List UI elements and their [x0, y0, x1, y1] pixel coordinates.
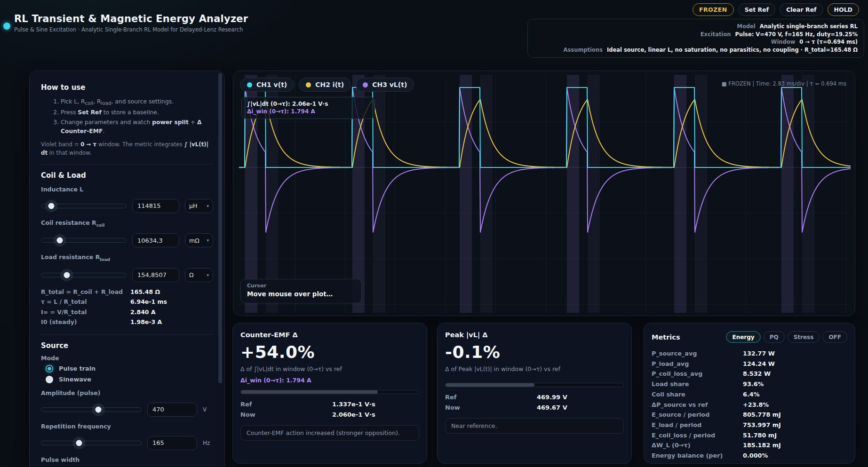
metric-value: 6.4%: [743, 389, 847, 400]
info-row: ExcitationPulse: V=470 V, f=165 Hz, duty…: [534, 31, 858, 39]
sidebar-scrollbar[interactable]: [218, 73, 222, 383]
ref-label: Ref: [445, 392, 537, 403]
metric-value: 0.000%: [743, 451, 847, 461]
metric-row: Load share93.6%: [652, 379, 847, 389]
how-to-step: Change parameters and watch power split …: [61, 118, 213, 136]
slider-label: Coil resistance Rcoil: [41, 219, 213, 228]
slider-thumb[interactable]: [74, 438, 84, 448]
info-row: ModelAnalytic single-branch series RL: [534, 23, 858, 31]
value-input[interactable]: [147, 436, 197, 450]
slider-track[interactable]: [41, 407, 142, 412]
radio-button[interactable]: [46, 376, 53, 383]
unit-label: Hz: [203, 440, 213, 446]
metrics-title: Metrics: [652, 333, 680, 341]
slider-track[interactable]: [41, 273, 127, 277]
value-input[interactable]: [132, 199, 179, 213]
peak-vl-note: Near reference.: [445, 418, 624, 434]
scope-panel: CH1 v(t)CH2 i(t)CH3 vL(t) ■ FROZEN | Tim…: [233, 71, 855, 316]
legend-dot-icon: [247, 82, 252, 87]
source-controls: Amplitude (pulse)VRepetition frequencyHz…: [41, 389, 213, 467]
slider-thumb[interactable]: [62, 270, 72, 280]
metric-row: P_coil_loss_avg8.532 W: [652, 369, 847, 379]
legend-ch3[interactable]: CH3 vL(t): [356, 78, 414, 92]
how-to-step: Press Set Ref to store a baseline.: [61, 108, 213, 117]
set-ref-button[interactable]: Set Ref: [738, 3, 775, 16]
value-input[interactable]: [132, 233, 179, 247]
peak-vl-title: Peak |vL| Δ: [445, 331, 624, 339]
mode-option[interactable]: Pulse train: [46, 365, 213, 372]
clear-ref-button[interactable]: Clear Ref: [780, 3, 823, 16]
page-subtitle: Pulse & Sine Excitation · Analytic Singl…: [14, 26, 243, 33]
hold-button[interactable]: HOLD: [828, 3, 859, 16]
info-label: Window: [771, 38, 796, 46]
info-label: Assumptions: [564, 46, 603, 54]
metric-label: E_source / period: [652, 410, 743, 420]
metric-row: ΔP_source vs ref+23.8%: [652, 400, 847, 410]
peak-vl-card: Peak |vL| Δ -0.1% Δ of Peak |vL(t)| in w…: [437, 323, 632, 464]
slider[interactable]: [41, 235, 127, 245]
how-to-step: Pick L, Rcoil, Rload, and source setting…: [61, 97, 213, 107]
metric-row: P_source_avg132.77 W: [652, 348, 847, 359]
info-value: Analytic single-branch series RL: [760, 23, 858, 31]
mode-option[interactable]: Sinewave: [46, 376, 213, 383]
slider-thumb[interactable]: [46, 201, 56, 211]
metric-row: Coil share6.4%: [652, 389, 847, 400]
slider-track[interactable]: [41, 238, 127, 243]
computed-label: I0 (steady): [41, 317, 130, 327]
unit-label: V: [203, 406, 213, 413]
slider-thumb[interactable]: [55, 236, 65, 245]
computed-row: I0 (steady)1.98e-3 A: [41, 317, 213, 327]
unit-select[interactable]: µH▾: [185, 199, 213, 213]
metric-label: Load share: [652, 379, 743, 389]
now-value: 469.67 V: [537, 403, 624, 413]
metric-value: 124.24 W: [743, 359, 847, 369]
legend-dot-icon: [363, 82, 368, 87]
slider[interactable]: [41, 438, 142, 448]
slider[interactable]: [41, 270, 127, 280]
unit-select[interactable]: mΩ▾: [185, 233, 213, 247]
radio-button[interactable]: [46, 365, 53, 372]
coil-load-title: Coil & Load: [41, 171, 213, 180]
how-to-title: How to use: [41, 83, 213, 92]
mode-label: Mode: [41, 355, 213, 362]
metrics-tab-energy[interactable]: Energy: [726, 331, 760, 343]
computed-row: τ = L / R_total6.94e-1 ms: [41, 297, 213, 307]
chevron-down-icon: ▾: [207, 273, 209, 277]
value-input[interactable]: [147, 403, 197, 417]
slider-thumb[interactable]: [93, 404, 103, 414]
metrics-tab-off[interactable]: OFF: [822, 331, 847, 343]
slider-track[interactable]: [41, 441, 142, 445]
legend-ch1[interactable]: CH1 v(t): [240, 78, 294, 92]
slider[interactable]: [41, 201, 127, 211]
computed-value: 6.94e-1 ms: [130, 297, 213, 307]
metrics-tab-pq[interactable]: PQ: [764, 331, 785, 343]
metric-label: ΔW_L (0→τ): [652, 440, 743, 451]
cursor-readout: Cursor Move mouse over plot…: [240, 279, 362, 303]
unit-select[interactable]: Ω▾: [185, 268, 213, 282]
info-row: Window0 → τ (τ=0.694 ms): [534, 38, 858, 46]
metric-value: 8.532 W: [743, 369, 847, 379]
metric-value: 753.997 mJ: [743, 420, 847, 430]
now-label: Now: [445, 403, 537, 413]
counter-emf-delta-value: +54.0%: [240, 342, 419, 362]
slider[interactable]: [41, 404, 142, 415]
computed-row: I∞ = V/R_total2.840 A: [41, 307, 213, 317]
cursor-text: Move mouse over plot…: [247, 290, 355, 298]
metric-label: P_coil_loss_avg: [652, 369, 743, 379]
metric-row: E_source / period805.778 mJ: [652, 410, 847, 420]
computed-label: τ = L / R_total: [41, 297, 130, 307]
info-row: AssumptionsIdeal source, linear L, no sa…: [534, 46, 858, 54]
chevron-down-icon: ▾: [207, 204, 209, 208]
now-value: 2.060e-1 V·s: [332, 410, 419, 420]
source-title: Source: [41, 341, 213, 350]
metrics-tabs: EnergyPQStressOFF: [726, 331, 847, 343]
value-input[interactable]: [132, 268, 179, 282]
legend-ch2[interactable]: CH2 i(t): [299, 78, 351, 92]
info-label: Model: [737, 23, 755, 31]
metric-row: ΔW_L (0→τ)185.182 mJ: [652, 440, 847, 451]
computed-values: R_total = R_coil + R_load165.48 Ωτ = L /…: [41, 287, 213, 327]
cursor-label: Cursor: [247, 283, 355, 289]
info-value: 0 → τ (τ=0.694 ms): [799, 38, 858, 46]
metrics-tab-stress[interactable]: Stress: [788, 331, 820, 343]
scope-status: ■ FROZEN | Time: 2.83 ms/div | τ = 0.694…: [722, 80, 846, 87]
